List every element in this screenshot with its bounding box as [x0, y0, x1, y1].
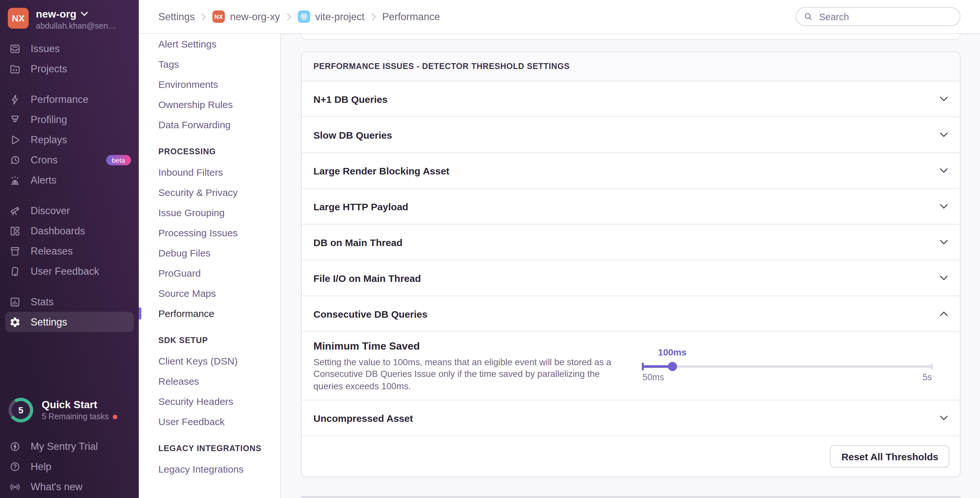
gear-icon: [9, 316, 21, 328]
chevron-down-icon: [940, 96, 948, 102]
bar-chart-icon: [9, 296, 21, 308]
search-icon: [803, 12, 813, 22]
broadcast-icon: [9, 481, 21, 492]
sidebar-item-whats-new[interactable]: What's new: [0, 476, 139, 497]
sidebar-item-settings[interactable]: Settings: [5, 312, 134, 332]
breadcrumb-org[interactable]: NX new-org-xy: [212, 10, 280, 23]
feedback-icon: [9, 265, 21, 277]
breadcrumb: Settings NX new-org-xy vite-project Perf…: [158, 10, 440, 23]
sidebar-item-help[interactable]: Help: [0, 456, 139, 476]
telescope-icon: [9, 205, 21, 216]
sidebar-item-discover[interactable]: Discover: [0, 200, 139, 221]
settings-nav-item-client-keys[interactable]: Client Keys (DSN): [139, 351, 280, 371]
lightning-icon: [9, 94, 21, 105]
quickstart-count: 5: [12, 401, 30, 419]
sidebar-item-releases[interactable]: Releases: [0, 241, 139, 261]
org-switcher[interactable]: NX new-org abdullah.khan@sen…: [0, 0, 139, 30]
chevron-right-icon: [201, 13, 206, 21]
user-email: abdullah.khan@sen…: [36, 22, 116, 30]
settings-nav-item-inbound-filters[interactable]: Inbound Filters: [139, 162, 280, 182]
settings-nav-item-tags[interactable]: Tags: [139, 54, 280, 74]
settings-nav-section-legacy: LEGACY INTEGRATIONS: [139, 439, 280, 459]
question-icon: [9, 461, 21, 472]
detector-row-large-render-blocking-asset[interactable]: Large Render Blocking Asset: [302, 153, 960, 189]
breadcrumb-current-page: Performance: [382, 11, 440, 22]
quickstart-progress-ring: 5: [8, 398, 33, 422]
sidebar-item-stats[interactable]: Stats: [0, 292, 139, 312]
detector-row-large-http-payload[interactable]: Large HTTP Payload: [302, 189, 960, 225]
sidebar-item-user-feedback[interactable]: User Feedback: [0, 261, 139, 281]
threshold-description: Setting the value to 100ms, means that a…: [313, 357, 618, 393]
detector-row-file-io-main-thread[interactable]: File I/O on Main Thread: [302, 260, 960, 296]
settings-nav-section-sdk-setup: SDK SETUP: [139, 331, 280, 351]
slider-min-label: 50ms: [643, 373, 664, 382]
sidebar-item-replays[interactable]: Replays: [0, 130, 139, 150]
sidebar-item-projects[interactable]: Projects: [0, 59, 139, 79]
settings-nav-item-source-maps[interactable]: Source Maps: [139, 283, 280, 303]
chevron-up-icon: [940, 311, 948, 316]
slider-value-label: 100ms: [658, 347, 686, 357]
play-icon: [9, 134, 21, 146]
detector-threshold-panel: PERFORMANCE ISSUES - DETECTOR THRESHOLD …: [301, 51, 961, 477]
issues-icon: [9, 43, 21, 54]
detector-row-uncompressed-asset[interactable]: Uncompressed Asset: [302, 400, 960, 436]
search-input[interactable]: [818, 11, 953, 22]
chevron-right-icon: [371, 13, 375, 21]
settings-nav-item-security-privacy[interactable]: Security & Privacy: [139, 182, 280, 203]
settings-nav-item-alert-settings[interactable]: Alert Settings: [139, 34, 280, 54]
chevron-down-icon: [940, 132, 948, 137]
trial-bolt-icon: [9, 440, 21, 452]
projects-icon: [9, 63, 21, 75]
detector-row-n-plus-one-db[interactable]: N+1 DB Queries: [302, 81, 960, 117]
settings-nav-item-debug-files[interactable]: Debug Files: [139, 243, 280, 263]
settings-nav-item-security-headers[interactable]: Security Headers: [139, 391, 280, 411]
sidebar-divider: [0, 190, 139, 200]
slider-track[interactable]: [643, 365, 932, 368]
sidebar-item-trial[interactable]: My Sentry Trial: [0, 436, 139, 456]
beta-badge: beta: [106, 155, 131, 165]
sidebar-item-alerts[interactable]: Alerts: [0, 170, 139, 190]
settings-nav-item-environments[interactable]: Environments: [139, 74, 280, 94]
chevron-down-icon: [940, 168, 948, 173]
detector-row-consecutive-db[interactable]: Consecutive DB Queries: [302, 296, 960, 332]
notification-dot: [113, 414, 117, 419]
sidebar: NX new-org abdullah.khan@sen… Issues: [0, 0, 139, 498]
dashboards-icon: [9, 225, 21, 236]
slider-thumb[interactable]: [668, 362, 677, 371]
min-time-saved-slider[interactable]: 100ms 50ms 5s: [643, 332, 932, 400]
detector-row-db-main-thread[interactable]: DB on Main Thread: [302, 225, 960, 260]
reset-all-thresholds-button[interactable]: Reset All Thresholds: [830, 445, 950, 468]
sidebar-item-performance[interactable]: Performance: [0, 89, 139, 109]
quick-start[interactable]: 5 Quick Start 5 Remaining tasks: [8, 398, 117, 422]
main-content: PERFORMANCE ISSUES - DETECTOR THRESHOLD …: [281, 34, 980, 498]
settings-nav-item-releases[interactable]: Releases: [139, 371, 280, 391]
next-panel-edge: [301, 496, 961, 498]
search-box[interactable]: [795, 7, 961, 26]
slider-max-label: 5s: [922, 373, 932, 382]
sidebar-item-crons[interactable]: Crons beta: [0, 150, 139, 170]
settings-nav-item-issue-grouping[interactable]: Issue Grouping: [139, 203, 280, 223]
panel-footer: Reset All Thresholds: [302, 436, 960, 476]
sidebar-divider: [0, 281, 139, 292]
detector-row-slow-db[interactable]: Slow DB Queries: [302, 117, 960, 153]
sidebar-item-profiling[interactable]: Profiling: [0, 109, 139, 130]
settings-nav-item-legacy-integrations[interactable]: Legacy Integrations: [139, 459, 280, 479]
profiling-icon: [9, 114, 21, 125]
settings-nav-item-performance[interactable]: Performance: [139, 303, 280, 324]
siren-icon: [9, 174, 21, 186]
org-badge-icon: NX: [212, 10, 225, 23]
archive-icon: [9, 245, 21, 257]
breadcrumb-settings[interactable]: Settings: [158, 11, 195, 22]
org-avatar: NX: [8, 8, 29, 29]
sidebar-item-issues[interactable]: Issues: [0, 38, 139, 59]
settings-nav-item-processing-issues[interactable]: Processing Issues: [139, 223, 280, 243]
breadcrumb-project[interactable]: vite-project: [298, 10, 364, 23]
settings-nav-item-user-feedback[interactable]: User Feedback: [139, 411, 280, 431]
settings-nav-item-proguard[interactable]: ProGuard: [139, 263, 280, 283]
settings-nav-item-data-forwarding[interactable]: Data Forwarding: [139, 114, 280, 135]
react-project-icon: [298, 10, 310, 23]
settings-nav-item-ownership-rules[interactable]: Ownership Rules: [139, 94, 280, 114]
chevron-down-icon: [81, 12, 88, 16]
sidebar-item-dashboards[interactable]: Dashboards: [0, 221, 139, 241]
consecutive-db-settings: Minimum Time Saved Setting the value to …: [302, 332, 960, 400]
